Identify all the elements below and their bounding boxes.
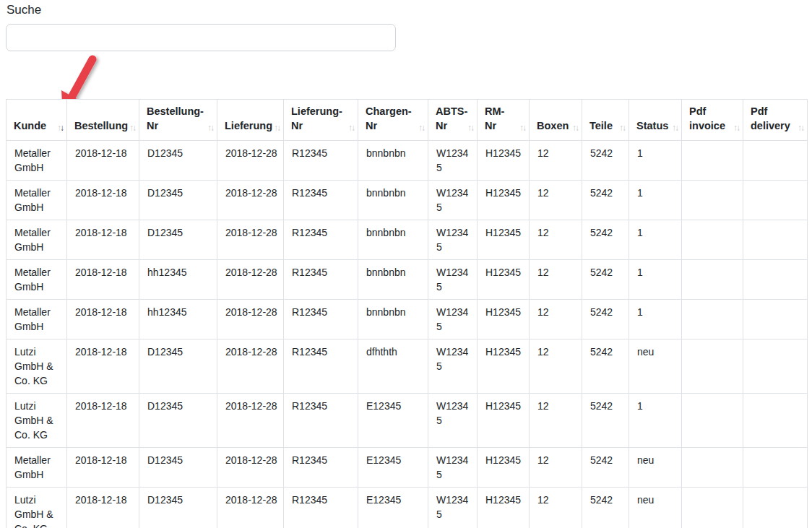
- cell-abts-nr: W12345: [428, 339, 478, 394]
- cell-kunde: Metaller GmbH: [7, 141, 67, 181]
- column-header-lieferung-nr[interactable]: Lieferung-Nr↑↓: [284, 100, 358, 141]
- cell-boxen: 12: [530, 181, 582, 220]
- table-row: Metaller GmbH2018-12-18hh123452018-12-28…: [7, 300, 808, 339]
- cell-abts-nr: W12345: [428, 181, 478, 220]
- cell-status: neu: [629, 488, 682, 528]
- cell-status: 1: [629, 181, 682, 220]
- table-row: Lutzi GmbH & Co. KG2018-12-18D123452018-…: [7, 488, 808, 528]
- table-row: Metaller GmbH2018-12-18D123452018-12-28R…: [7, 220, 808, 260]
- cell-lieferung-nr: R12345: [284, 181, 358, 220]
- cell-boxen: 12: [530, 394, 582, 448]
- cell-bestellung-nr: hh12345: [139, 260, 217, 300]
- cell-teile: 5242: [582, 339, 629, 394]
- sort-icon: ↑↓: [519, 124, 525, 132]
- column-header-boxen[interactable]: Boxen↑↓: [530, 100, 582, 141]
- cell-bestellung: 2018-12-18: [67, 448, 139, 488]
- table-row: Metaller GmbH2018-12-18D123452018-12-28R…: [7, 448, 808, 488]
- cell-abts-nr: W12345: [428, 394, 478, 448]
- column-label: Pdf delivery: [751, 105, 790, 131]
- cell-bestellung-nr: D12345: [139, 181, 217, 220]
- cell-bestellung-nr: D12345: [139, 448, 217, 488]
- table-row: Metaller GmbH2018-12-18D123452018-12-28R…: [7, 181, 808, 220]
- cell-pdf-invoice: [682, 448, 743, 488]
- cell-kunde: Lutzi GmbH & Co. KG: [7, 339, 67, 394]
- column-header-status[interactable]: Status↑↓: [629, 100, 682, 141]
- cell-lieferung-nr: R12345: [284, 260, 358, 300]
- cell-pdf-delivery: [743, 394, 808, 448]
- column-header-bestellung[interactable]: Bestellung↑↓: [67, 100, 139, 141]
- sort-icon: ↑↓: [129, 124, 135, 132]
- sort-icon: ↑↓: [274, 124, 280, 132]
- column-label: Bestellung: [74, 120, 128, 131]
- cell-pdf-delivery: [743, 300, 808, 339]
- column-header-teile[interactable]: Teile↑↓: [582, 100, 629, 141]
- cell-chargen-nr: E12345: [358, 448, 428, 488]
- cell-pdf-invoice: [682, 260, 743, 300]
- cell-teile: 5242: [582, 181, 629, 220]
- cell-abts-nr: W12345: [428, 260, 478, 300]
- cell-kunde: Metaller GmbH: [7, 448, 67, 488]
- cell-boxen: 12: [530, 260, 582, 300]
- cell-pdf-invoice: [682, 300, 743, 339]
- cell-rm-nr: H12345: [478, 339, 530, 394]
- cell-rm-nr: H12345: [478, 141, 530, 181]
- cell-teile: 5242: [582, 394, 629, 448]
- column-label: ABTS-Nr: [436, 105, 467, 131]
- cell-teile: 5242: [582, 300, 629, 339]
- sort-icon: ↑↓: [672, 124, 678, 132]
- cell-bestellung: 2018-12-18: [67, 488, 139, 528]
- cell-status: 1: [629, 260, 682, 300]
- sort-icon: ↑↓: [348, 124, 354, 132]
- column-header-bestellung-nr[interactable]: Bestellung-Nr↑↓: [139, 100, 217, 141]
- orders-table: Kunde↑↓Bestellung↑↓Bestellung-Nr↑↓Liefer…: [6, 99, 808, 528]
- column-label: Lieferung: [225, 120, 272, 131]
- cell-lieferung: 2018-12-28: [217, 488, 284, 528]
- column-header-pdf-invoice[interactable]: Pdf invoice↑↓: [682, 100, 743, 141]
- sort-icon: ↑↓: [572, 124, 578, 132]
- column-header-chargen-nr[interactable]: Chargen-Nr↑↓: [358, 100, 428, 141]
- cell-status: 1: [629, 394, 682, 448]
- cell-rm-nr: H12345: [478, 488, 530, 528]
- cell-teile: 5242: [582, 141, 629, 181]
- cell-kunde: Metaller GmbH: [7, 300, 67, 339]
- column-header-pdf-delivery[interactable]: Pdf delivery↑↓: [743, 100, 808, 141]
- sort-icon: ↑↓: [57, 124, 63, 132]
- cell-teile: 5242: [582, 220, 629, 260]
- cell-status: neu: [629, 448, 682, 488]
- cell-lieferung: 2018-12-28: [217, 448, 284, 488]
- cell-lieferung-nr: R12345: [284, 394, 358, 448]
- cell-abts-nr: W12345: [428, 488, 478, 528]
- table-row: Lutzi GmbH & Co. KG2018-12-18D123452018-…: [7, 339, 808, 394]
- cell-bestellung: 2018-12-18: [67, 260, 139, 300]
- cell-status: neu: [629, 339, 682, 394]
- column-label: Chargen-Nr: [366, 105, 412, 131]
- search-input[interactable]: [6, 24, 396, 51]
- cell-lieferung-nr: R12345: [284, 141, 358, 181]
- cell-boxen: 12: [530, 300, 582, 339]
- column-header-rm-nr[interactable]: RM-Nr↑↓: [478, 100, 530, 141]
- column-label: Status: [636, 120, 668, 131]
- cell-bestellung-nr: hh12345: [139, 300, 217, 339]
- cell-boxen: 12: [530, 220, 582, 260]
- column-header-kunde[interactable]: Kunde↑↓: [7, 100, 67, 141]
- cell-kunde: Lutzi GmbH & Co. KG: [7, 394, 67, 448]
- cell-rm-nr: H12345: [478, 181, 530, 220]
- cell-lieferung-nr: R12345: [284, 488, 358, 528]
- cell-kunde: Metaller GmbH: [7, 220, 67, 260]
- column-header-abts-nr[interactable]: ABTS-Nr↑↓: [428, 100, 478, 141]
- column-header-lieferung[interactable]: Lieferung↑↓: [217, 100, 284, 141]
- cell-pdf-delivery: [743, 448, 808, 488]
- cell-teile: 5242: [582, 260, 629, 300]
- cell-bestellung-nr: D12345: [139, 141, 217, 181]
- cell-teile: 5242: [582, 488, 629, 528]
- cell-lieferung-nr: R12345: [284, 339, 358, 394]
- cell-boxen: 12: [530, 339, 582, 394]
- cell-bestellung: 2018-12-18: [67, 394, 139, 448]
- table-row: Metaller GmbH2018-12-18hh123452018-12-28…: [7, 260, 808, 300]
- column-label: Pdf invoice: [689, 105, 725, 131]
- cell-rm-nr: H12345: [478, 394, 530, 448]
- cell-lieferung: 2018-12-28: [217, 260, 284, 300]
- cell-bestellung: 2018-12-18: [67, 300, 139, 339]
- cell-status: 1: [629, 300, 682, 339]
- cell-chargen-nr: bnnbnbn: [358, 260, 428, 300]
